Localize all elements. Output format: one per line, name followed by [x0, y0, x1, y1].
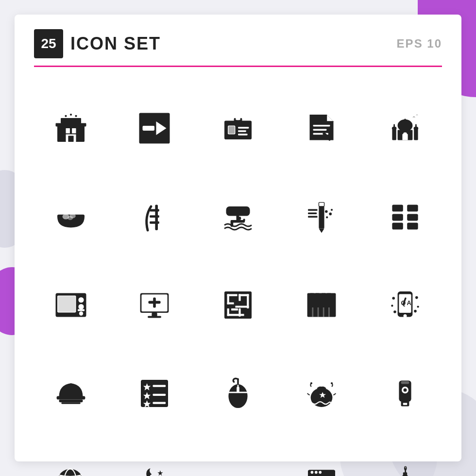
- svg-rect-42: [150, 209, 159, 212]
- svg-rect-56: [308, 216, 318, 218]
- svg-point-165: [315, 471, 318, 474]
- svg-rect-90: [238, 308, 240, 317]
- monitor-add-icon[interactable]: [118, 268, 191, 342]
- page-title: ICON SET: [70, 34, 161, 54]
- svg-rect-69: [58, 296, 75, 312]
- svg-rect-2: [61, 118, 81, 123]
- svg-point-70: [78, 297, 84, 303]
- svg-rect-121: [153, 394, 166, 396]
- svg-rect-83: [227, 302, 234, 304]
- moon-gift-icon[interactable]: [118, 445, 191, 476]
- svg-rect-99: [322, 293, 325, 307]
- svg-rect-19: [238, 127, 249, 129]
- svg-rect-45: [226, 206, 250, 216]
- svg-rect-53: [319, 203, 324, 206]
- svg-point-40: [68, 216, 73, 220]
- svg-point-112: [404, 314, 407, 318]
- svg-rect-79: [148, 316, 161, 318]
- svg-rect-122: [153, 402, 166, 404]
- svg-rect-91: [231, 308, 238, 310]
- magic-bag-icon[interactable]: [285, 357, 358, 430]
- svg-rect-1: [56, 123, 86, 127]
- svg-rect-126: [238, 384, 239, 392]
- svg-point-58: [329, 213, 332, 216]
- building-icon[interactable]: [34, 91, 108, 165]
- globe-settings-icon[interactable]: [34, 445, 108, 476]
- svg-rect-20: [238, 130, 246, 132]
- svg-rect-7: [68, 136, 73, 142]
- svg-rect-98: [315, 293, 319, 307]
- svg-rect-120: [153, 385, 166, 387]
- svg-rect-21: [238, 134, 248, 136]
- svg-rect-97: [310, 293, 314, 307]
- hard-hat-icon[interactable]: [34, 357, 108, 430]
- svg-point-107: [415, 296, 418, 299]
- svg-point-8: [65, 115, 67, 117]
- svg-point-72: [79, 311, 83, 315]
- svg-point-60: [331, 209, 333, 211]
- svg-point-71: [78, 304, 84, 309]
- header-left: 25 ICON SET: [34, 29, 161, 58]
- svg-point-182: [405, 467, 406, 469]
- svg-rect-18: [228, 126, 235, 134]
- control-panel-icon[interactable]: [34, 268, 108, 342]
- svg-point-36: [404, 132, 407, 134]
- svg-rect-100: [327, 293, 331, 307]
- browser-doc-icon[interactable]: [285, 445, 358, 476]
- svg-point-110: [393, 310, 396, 313]
- back-to-school-icon[interactable]: [285, 180, 358, 254]
- svg-rect-23: [313, 129, 327, 131]
- svg-rect-54: [308, 209, 318, 211]
- svg-point-50: [243, 219, 245, 221]
- svg-point-164: [311, 471, 314, 474]
- svg-rect-32: [414, 128, 418, 140]
- mosque-icon[interactable]: [368, 91, 442, 165]
- svg-point-166: [319, 471, 322, 474]
- svg-rect-87: [235, 306, 249, 307]
- qa-phone-icon[interactable]: Q A: [368, 268, 442, 342]
- svg-point-10: [75, 115, 77, 117]
- svg-point-59: [326, 216, 328, 218]
- svg-rect-51: [319, 203, 324, 229]
- ladder-curve-icon[interactable]: [118, 180, 191, 254]
- svg-rect-35: [405, 119, 406, 122]
- svg-rect-73: [78, 309, 85, 311]
- svg-point-57: [325, 210, 328, 213]
- svg-marker-151: [157, 470, 163, 476]
- id-card-icon[interactable]: [201, 91, 275, 165]
- svg-rect-12: [143, 126, 155, 131]
- svg-rect-44: [150, 221, 159, 224]
- svg-point-106: [392, 297, 395, 300]
- paint-roller-icon[interactable]: [201, 180, 275, 254]
- grid-dots-icon[interactable]: [368, 180, 442, 254]
- svg-rect-43: [150, 215, 159, 218]
- svg-rect-85: [238, 294, 240, 301]
- svg-rect-64: [407, 214, 418, 221]
- svg-rect-31: [393, 124, 395, 129]
- usb-drive-icon[interactable]: [368, 357, 442, 430]
- arrow-forward-icon[interactable]: [118, 91, 191, 165]
- svg-rect-114: [59, 400, 83, 403]
- mouse-icon[interactable]: [201, 357, 275, 430]
- svg-rect-63: [392, 214, 403, 221]
- svg-rect-135: [401, 381, 409, 384]
- star-list-icon[interactable]: [118, 357, 191, 430]
- svg-point-9: [70, 114, 72, 116]
- document-edit-icon[interactable]: [285, 91, 358, 165]
- svg-point-137: [57, 469, 83, 476]
- svg-marker-52: [319, 229, 324, 233]
- svg-point-111: [414, 310, 417, 313]
- svg-rect-55: [308, 213, 317, 215]
- svg-point-108: [391, 305, 393, 306]
- svg-rect-29: [392, 128, 396, 140]
- food-bowl-icon[interactable]: [34, 180, 108, 254]
- piano-keys-icon[interactable]: [285, 268, 358, 342]
- map-blueprint-icon[interactable]: [201, 268, 275, 342]
- eps-label: EPS 10: [397, 37, 442, 51]
- svg-rect-66: [407, 223, 418, 230]
- candle-icon[interactable]: [368, 445, 442, 476]
- svg-rect-136: [403, 403, 407, 405]
- svg-point-129: [310, 382, 312, 384]
- svg-rect-22: [313, 125, 330, 127]
- food-plate-icon[interactable]: [201, 445, 275, 476]
